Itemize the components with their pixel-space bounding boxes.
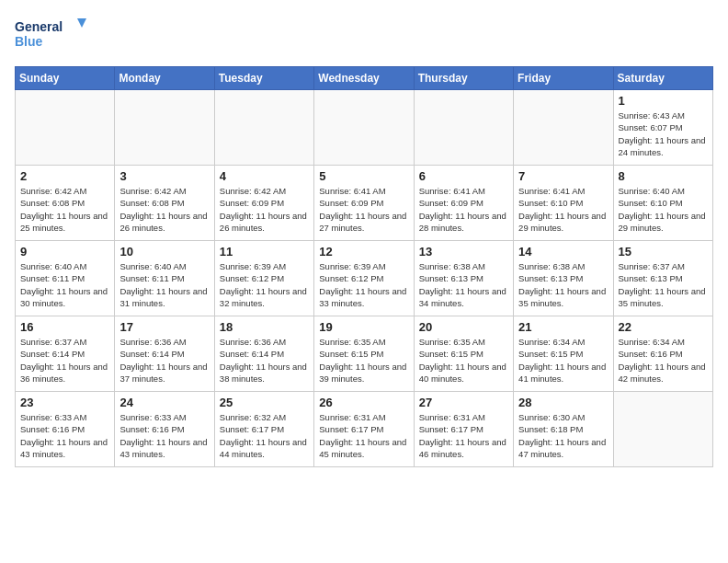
day-number: 24 — [119, 396, 209, 409]
calendar-cell: 27Sunrise: 6:31 AM Sunset: 6:17 PM Dayli… — [414, 392, 513, 467]
calendar-week-4: 23Sunrise: 6:33 AM Sunset: 6:16 PM Dayli… — [16, 392, 713, 467]
weekday-header-row: SundayMondayTuesdayWednesdayThursdayFrid… — [16, 67, 713, 90]
svg-text:General: General — [15, 19, 63, 34]
day-info: Sunrise: 6:36 AM Sunset: 6:14 PM Dayligh… — [119, 336, 209, 385]
calendar-cell: 2Sunrise: 6:42 AM Sunset: 6:08 PM Daylig… — [16, 166, 115, 241]
day-number: 4 — [220, 169, 309, 183]
day-number: 15 — [619, 245, 708, 259]
day-info: Sunrise: 6:42 AM Sunset: 6:09 PM Dayligh… — [220, 185, 309, 234]
day-number: 9 — [20, 245, 109, 259]
day-info: Sunrise: 6:41 AM Sunset: 6:09 PM Dayligh… — [419, 185, 508, 234]
weekday-header-thursday: Thursday — [414, 67, 513, 90]
day-number: 19 — [319, 320, 408, 334]
calendar-cell: 16Sunrise: 6:37 AM Sunset: 6:14 PM Dayli… — [16, 316, 115, 392]
day-info: Sunrise: 6:41 AM Sunset: 6:10 PM Dayligh… — [518, 185, 608, 234]
day-info: Sunrise: 6:42 AM Sunset: 6:08 PM Dayligh… — [20, 185, 109, 234]
calendar-cell: 24Sunrise: 6:33 AM Sunset: 6:16 PM Dayli… — [115, 392, 214, 467]
svg-marker-2 — [77, 18, 86, 28]
day-info: Sunrise: 6:34 AM Sunset: 6:15 PM Dayligh… — [518, 336, 608, 385]
day-number: 6 — [419, 169, 508, 183]
day-number: 11 — [220, 245, 309, 259]
day-info: Sunrise: 6:36 AM Sunset: 6:14 PM Dayligh… — [220, 336, 309, 385]
day-number: 3 — [119, 169, 209, 183]
weekday-header-monday: Monday — [115, 67, 214, 90]
day-info: Sunrise: 6:35 AM Sunset: 6:15 PM Dayligh… — [319, 336, 408, 385]
calendar-week-3: 16Sunrise: 6:37 AM Sunset: 6:14 PM Dayli… — [16, 316, 713, 392]
day-number: 26 — [319, 396, 408, 409]
day-info: Sunrise: 6:39 AM Sunset: 6:12 PM Dayligh… — [319, 260, 408, 309]
day-number: 1 — [619, 94, 708, 108]
calendar-week-0: 1Sunrise: 6:43 AM Sunset: 6:07 PM Daylig… — [16, 90, 713, 166]
calendar-week-1: 2Sunrise: 6:42 AM Sunset: 6:08 PM Daylig… — [16, 166, 713, 241]
day-info: Sunrise: 6:40 AM Sunset: 6:10 PM Dayligh… — [619, 185, 708, 234]
day-number: 18 — [220, 320, 309, 334]
day-info: Sunrise: 6:39 AM Sunset: 6:12 PM Dayligh… — [220, 260, 309, 309]
calendar-cell: 13Sunrise: 6:38 AM Sunset: 6:13 PM Dayli… — [414, 241, 513, 316]
calendar-cell — [514, 90, 613, 166]
calendar-cell: 1Sunrise: 6:43 AM Sunset: 6:07 PM Daylig… — [613, 90, 712, 166]
day-info: Sunrise: 6:30 AM Sunset: 6:18 PM Dayligh… — [518, 411, 608, 460]
svg-text:Blue: Blue — [15, 34, 43, 49]
calendar-cell: 25Sunrise: 6:32 AM Sunset: 6:17 PM Dayli… — [214, 392, 313, 467]
calendar-cell: 9Sunrise: 6:40 AM Sunset: 6:11 PM Daylig… — [16, 241, 115, 316]
page-header: General Blue — [15, 15, 713, 55]
calendar-cell: 15Sunrise: 6:37 AM Sunset: 6:13 PM Dayli… — [613, 241, 712, 316]
calendar-cell: 11Sunrise: 6:39 AM Sunset: 6:12 PM Dayli… — [214, 241, 313, 316]
calendar-cell: 7Sunrise: 6:41 AM Sunset: 6:10 PM Daylig… — [514, 166, 613, 241]
calendar-cell: 5Sunrise: 6:41 AM Sunset: 6:09 PM Daylig… — [314, 166, 414, 241]
calendar-cell: 18Sunrise: 6:36 AM Sunset: 6:14 PM Dayli… — [214, 316, 313, 392]
day-info: Sunrise: 6:31 AM Sunset: 6:17 PM Dayligh… — [319, 411, 408, 460]
day-number: 23 — [20, 396, 109, 409]
calendar-cell: 19Sunrise: 6:35 AM Sunset: 6:15 PM Dayli… — [314, 316, 414, 392]
logo-svg: General Blue — [15, 15, 88, 55]
day-info: Sunrise: 6:38 AM Sunset: 6:13 PM Dayligh… — [518, 260, 608, 309]
calendar-cell: 10Sunrise: 6:40 AM Sunset: 6:11 PM Dayli… — [115, 241, 214, 316]
day-info: Sunrise: 6:37 AM Sunset: 6:14 PM Dayligh… — [20, 336, 109, 385]
day-number: 7 — [518, 169, 608, 183]
day-number: 22 — [619, 320, 708, 334]
calendar-cell: 26Sunrise: 6:31 AM Sunset: 6:17 PM Dayli… — [314, 392, 414, 467]
calendar-cell: 4Sunrise: 6:42 AM Sunset: 6:09 PM Daylig… — [214, 166, 313, 241]
day-info: Sunrise: 6:40 AM Sunset: 6:11 PM Dayligh… — [119, 260, 209, 309]
calendar-cell: 20Sunrise: 6:35 AM Sunset: 6:15 PM Dayli… — [414, 316, 513, 392]
day-number: 28 — [518, 396, 608, 409]
day-number: 14 — [518, 245, 608, 259]
calendar-cell — [115, 90, 214, 166]
calendar-cell: 8Sunrise: 6:40 AM Sunset: 6:10 PM Daylig… — [613, 166, 712, 241]
calendar-cell: 22Sunrise: 6:34 AM Sunset: 6:16 PM Dayli… — [613, 316, 712, 392]
day-number: 13 — [419, 245, 508, 259]
day-number: 21 — [518, 320, 608, 334]
weekday-header-friday: Friday — [514, 67, 613, 90]
calendar-cell: 21Sunrise: 6:34 AM Sunset: 6:15 PM Dayli… — [514, 316, 613, 392]
day-info: Sunrise: 6:35 AM Sunset: 6:15 PM Dayligh… — [419, 336, 508, 385]
day-number: 10 — [119, 245, 209, 259]
day-number: 20 — [419, 320, 508, 334]
logo: General Blue — [15, 15, 88, 55]
calendar-cell: 17Sunrise: 6:36 AM Sunset: 6:14 PM Dayli… — [115, 316, 214, 392]
calendar-cell — [214, 90, 313, 166]
weekday-header-tuesday: Tuesday — [214, 67, 313, 90]
day-number: 25 — [220, 396, 309, 409]
day-info: Sunrise: 6:43 AM Sunset: 6:07 PM Dayligh… — [619, 109, 708, 158]
day-info: Sunrise: 6:41 AM Sunset: 6:09 PM Dayligh… — [319, 185, 408, 234]
day-number: 12 — [319, 245, 408, 259]
weekday-header-saturday: Saturday — [613, 67, 712, 90]
day-number: 8 — [619, 169, 708, 183]
calendar-cell — [613, 392, 712, 467]
day-info: Sunrise: 6:38 AM Sunset: 6:13 PM Dayligh… — [419, 260, 508, 309]
calendar-cell — [314, 90, 414, 166]
calendar-cell: 3Sunrise: 6:42 AM Sunset: 6:08 PM Daylig… — [115, 166, 214, 241]
calendar-cell: 12Sunrise: 6:39 AM Sunset: 6:12 PM Dayli… — [314, 241, 414, 316]
calendar-cell: 28Sunrise: 6:30 AM Sunset: 6:18 PM Dayli… — [514, 392, 613, 467]
day-number: 5 — [319, 169, 408, 183]
calendar-cell — [414, 90, 513, 166]
calendar-cell: 23Sunrise: 6:33 AM Sunset: 6:16 PM Dayli… — [16, 392, 115, 467]
calendar-cell: 6Sunrise: 6:41 AM Sunset: 6:09 PM Daylig… — [414, 166, 513, 241]
day-number: 16 — [20, 320, 109, 334]
weekday-header-wednesday: Wednesday — [314, 67, 414, 90]
day-info: Sunrise: 6:31 AM Sunset: 6:17 PM Dayligh… — [419, 411, 508, 460]
day-number: 27 — [419, 396, 508, 409]
day-info: Sunrise: 6:32 AM Sunset: 6:17 PM Dayligh… — [220, 411, 309, 460]
day-number: 17 — [119, 320, 209, 334]
day-info: Sunrise: 6:42 AM Sunset: 6:08 PM Dayligh… — [119, 185, 209, 234]
